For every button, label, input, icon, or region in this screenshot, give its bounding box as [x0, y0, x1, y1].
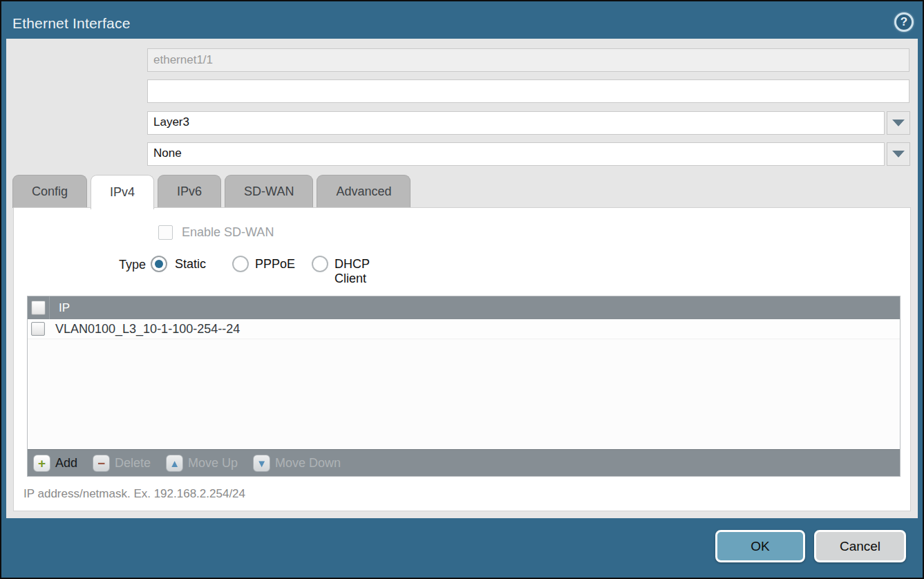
- tab-ipv6[interactable]: IPv6: [158, 175, 221, 208]
- title-bar: Ethernet Interface ?: [1, 1, 923, 39]
- radio-static[interactable]: [151, 256, 167, 272]
- table-row[interactable]: VLAN0100_L3_10-1-100-254--24: [28, 319, 900, 339]
- type-label: Type: [14, 258, 146, 272]
- ok-button[interactable]: OK: [715, 530, 805, 562]
- move-up-button-label: Move Up: [188, 456, 238, 471]
- radio-static-label: Static: [175, 257, 206, 272]
- radio-dhcp-client[interactable]: [312, 256, 328, 272]
- radio-dhcp-client-label: DHCP Client: [334, 257, 370, 286]
- plus-icon: +: [33, 455, 50, 472]
- chevron-down-icon: [892, 120, 905, 126]
- interface-type-select[interactable]: Layer3: [147, 111, 885, 135]
- select-all-checkbox[interactable]: [31, 301, 46, 315]
- arrow-up-icon: ▲: [166, 455, 183, 472]
- radio-pppoe[interactable]: [232, 256, 249, 272]
- move-down-button-label: Move Down: [275, 456, 341, 471]
- add-button[interactable]: + Add: [33, 455, 77, 472]
- delete-button[interactable]: − Delete: [93, 455, 151, 472]
- enable-sdwan-label: Enable SD-WAN: [182, 225, 274, 240]
- comment-field[interactable]: [147, 79, 909, 103]
- minus-icon: −: [93, 455, 110, 472]
- netflow-profile-dropdown-button[interactable]: [887, 142, 910, 166]
- move-down-button[interactable]: ▼ Move Down: [253, 455, 341, 472]
- tab-bar: Config IPv4 IPv6 SD-WAN Advanced: [12, 175, 414, 208]
- enable-sdwan-row: Enable SD-WAN: [158, 225, 274, 240]
- ethernet-interface-dialog: Ethernet Interface ? Interface Name Comm…: [0, 0, 924, 579]
- delete-button-label: Delete: [115, 456, 151, 471]
- help-icon[interactable]: ?: [894, 12, 914, 32]
- tab-advanced[interactable]: Advanced: [317, 175, 411, 208]
- interface-type-dropdown-button[interactable]: [887, 111, 910, 135]
- netflow-profile-select[interactable]: None: [147, 142, 885, 166]
- row-checkbox[interactable]: [31, 322, 45, 336]
- tab-sdwan[interactable]: SD-WAN: [225, 175, 313, 208]
- tab-ipv4[interactable]: IPv4: [91, 175, 154, 209]
- ip-table-body: VLAN0100_L3_10-1-100-254--24: [28, 319, 900, 449]
- ip-format-hint: IP address/netmask. Ex. 192.168.2.254/24: [23, 487, 245, 501]
- ip-column-header: IP: [59, 301, 70, 315]
- ipv4-panel: Enable SD-WAN Type Static PPPoE DHCP Cli…: [13, 207, 911, 511]
- dialog-title: Ethernet Interface: [12, 15, 131, 32]
- ip-table-header: IP: [28, 296, 900, 319]
- ip-table: IP VLAN0100_L3_10-1-100-254--24 + Add −: [27, 296, 901, 477]
- arrow-down-icon: ▼: [253, 455, 270, 472]
- cancel-button[interactable]: Cancel: [814, 530, 906, 562]
- table-toolbar: + Add − Delete ▲ Move Up ▼ Move Down: [28, 449, 900, 476]
- enable-sdwan-checkbox[interactable]: [158, 225, 173, 240]
- dialog-content: Interface Name Comment Interface Type La…: [6, 39, 918, 518]
- radio-pppoe-label: PPPoE: [255, 257, 295, 272]
- column-separator: [49, 296, 50, 319]
- interface-name-field: [147, 48, 909, 72]
- move-up-button[interactable]: ▲ Move Up: [166, 455, 238, 472]
- add-button-label: Add: [55, 456, 77, 471]
- chevron-down-icon: [892, 151, 905, 158]
- tab-config[interactable]: Config: [12, 175, 87, 208]
- help-glyph: ?: [901, 15, 907, 29]
- ip-cell: VLAN0100_L3_10-1-100-254--24: [55, 322, 240, 336]
